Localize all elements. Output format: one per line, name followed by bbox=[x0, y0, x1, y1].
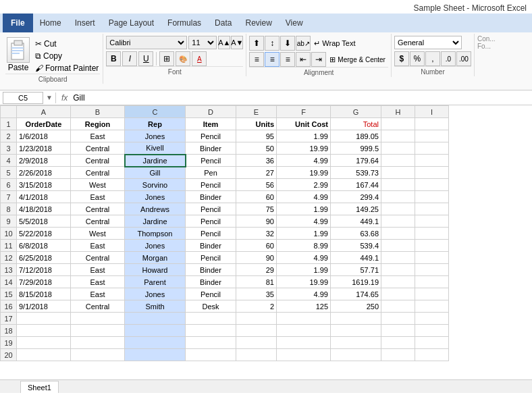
cell[interactable]: Jones bbox=[125, 191, 186, 203]
cell[interactable]: 90 bbox=[236, 252, 277, 264]
cell[interactable] bbox=[415, 276, 449, 288]
decrease-decimal-button[interactable]: .0 bbox=[441, 51, 456, 66]
formula-input[interactable] bbox=[73, 92, 529, 104]
cell[interactable]: Pencil bbox=[186, 155, 236, 167]
cell[interactable] bbox=[415, 300, 449, 313]
cell[interactable] bbox=[415, 191, 449, 203]
cell[interactable]: Central bbox=[71, 142, 125, 155]
col-header-C[interactable]: C bbox=[125, 106, 186, 118]
cell[interactable]: East bbox=[71, 276, 125, 288]
cell[interactable]: 27 bbox=[236, 167, 277, 179]
cell[interactable] bbox=[381, 325, 415, 337]
cell[interactable]: 63.68 bbox=[331, 228, 381, 240]
cell[interactable] bbox=[186, 337, 236, 349]
number-format-select[interactable]: General bbox=[394, 36, 462, 49]
cell[interactable]: East bbox=[71, 240, 125, 252]
cell[interactable] bbox=[415, 240, 449, 252]
cell[interactable]: 1/23/2018 bbox=[17, 142, 71, 155]
cell[interactable]: Binder bbox=[186, 264, 236, 276]
cell[interactable]: OrderDate bbox=[17, 118, 71, 130]
cell[interactable] bbox=[277, 325, 331, 337]
cell[interactable] bbox=[277, 337, 331, 349]
cell[interactable]: 8/15/2018 bbox=[17, 288, 71, 300]
cell[interactable] bbox=[17, 349, 71, 361]
cell[interactable]: Rep bbox=[125, 118, 186, 130]
cell[interactable]: Kivell bbox=[125, 142, 186, 155]
cell[interactable]: Gill bbox=[125, 167, 186, 179]
cell[interactable]: 2/26/2018 bbox=[17, 167, 71, 179]
cell[interactable]: East bbox=[71, 130, 125, 142]
cell[interactable] bbox=[381, 288, 415, 300]
cell[interactable] bbox=[186, 325, 236, 337]
align-bottom-button[interactable]: ⬇ bbox=[280, 36, 295, 51]
cell[interactable]: 29 bbox=[236, 264, 277, 276]
cell[interactable]: 1.99 bbox=[277, 130, 331, 142]
tab-formulas[interactable]: Formulas bbox=[161, 14, 208, 32]
cell[interactable]: Binder bbox=[186, 191, 236, 203]
cut-button[interactable]: ✂ Cut bbox=[34, 38, 100, 49]
cell[interactable]: Central bbox=[71, 252, 125, 264]
cell[interactable] bbox=[17, 337, 71, 349]
cell[interactable] bbox=[71, 349, 125, 361]
cell[interactable] bbox=[415, 130, 449, 142]
cell[interactable] bbox=[125, 325, 186, 337]
cell-reference-input[interactable] bbox=[3, 92, 43, 104]
col-header-G[interactable]: G bbox=[331, 106, 381, 118]
cell[interactable]: 75 bbox=[236, 203, 277, 215]
cell[interactable]: 250 bbox=[331, 300, 381, 313]
cell[interactable]: 35 bbox=[236, 288, 277, 300]
cell[interactable]: 36 bbox=[236, 155, 277, 167]
tab-view[interactable]: View bbox=[279, 14, 310, 32]
cell[interactable]: 1.99 bbox=[277, 228, 331, 240]
copy-button[interactable]: ⧉ Copy bbox=[34, 51, 100, 61]
merge-center-button[interactable]: ⊞ Merge & Center bbox=[327, 54, 388, 65]
cell[interactable] bbox=[236, 337, 277, 349]
cell[interactable] bbox=[415, 349, 449, 361]
cell[interactable]: Unit Cost bbox=[277, 118, 331, 130]
cell[interactable]: 4.99 bbox=[277, 288, 331, 300]
cell[interactable]: Andrews bbox=[125, 203, 186, 215]
decrease-indent-button[interactable]: ⇤ bbox=[296, 52, 311, 67]
cell[interactable]: Desk bbox=[186, 300, 236, 313]
cell[interactable]: Binder bbox=[186, 276, 236, 288]
cell[interactable]: Smith bbox=[125, 300, 186, 313]
cell[interactable]: Region bbox=[71, 118, 125, 130]
font-size-select[interactable]: 11 bbox=[188, 36, 217, 49]
fill-color-button[interactable]: 🎨 bbox=[176, 51, 190, 66]
col-header-D[interactable]: D bbox=[186, 106, 236, 118]
cell[interactable] bbox=[331, 337, 381, 349]
cell[interactable]: Pencil bbox=[186, 130, 236, 142]
cell[interactable] bbox=[415, 155, 449, 167]
cell[interactable]: Binder bbox=[186, 142, 236, 155]
cell[interactable]: East bbox=[71, 191, 125, 203]
cell[interactable]: 449.1 bbox=[331, 252, 381, 264]
cell[interactable]: Central bbox=[71, 203, 125, 215]
cell[interactable]: 90 bbox=[236, 215, 277, 228]
col-header-I[interactable]: I bbox=[415, 106, 449, 118]
cell[interactable] bbox=[17, 313, 71, 325]
tab-data[interactable]: Data bbox=[208, 14, 238, 32]
cell[interactable] bbox=[331, 313, 381, 325]
cell[interactable]: 4.99 bbox=[277, 215, 331, 228]
cell[interactable]: Central bbox=[71, 215, 125, 228]
cell[interactable]: 149.25 bbox=[331, 203, 381, 215]
cell[interactable]: East bbox=[71, 288, 125, 300]
cell[interactable] bbox=[71, 337, 125, 349]
cell[interactable] bbox=[415, 228, 449, 240]
cell[interactable]: 1.99 bbox=[277, 203, 331, 215]
increase-font-button[interactable]: A▲ bbox=[218, 36, 230, 49]
cell[interactable]: 5/22/2018 bbox=[17, 228, 71, 240]
cell[interactable]: Item bbox=[186, 118, 236, 130]
cell[interactable]: 50 bbox=[236, 142, 277, 155]
col-header-H[interactable]: H bbox=[381, 106, 415, 118]
cell[interactable]: 539.73 bbox=[331, 167, 381, 179]
cell[interactable]: 179.64 bbox=[331, 155, 381, 167]
tab-home[interactable]: Home bbox=[33, 14, 68, 32]
cell[interactable]: 125 bbox=[277, 300, 331, 313]
cell[interactable]: 9/1/2018 bbox=[17, 300, 71, 313]
cell[interactable] bbox=[381, 203, 415, 215]
cell[interactable] bbox=[381, 130, 415, 142]
cell[interactable] bbox=[381, 240, 415, 252]
cell[interactable]: Pencil bbox=[186, 179, 236, 191]
cell[interactable]: Thompson bbox=[125, 228, 186, 240]
